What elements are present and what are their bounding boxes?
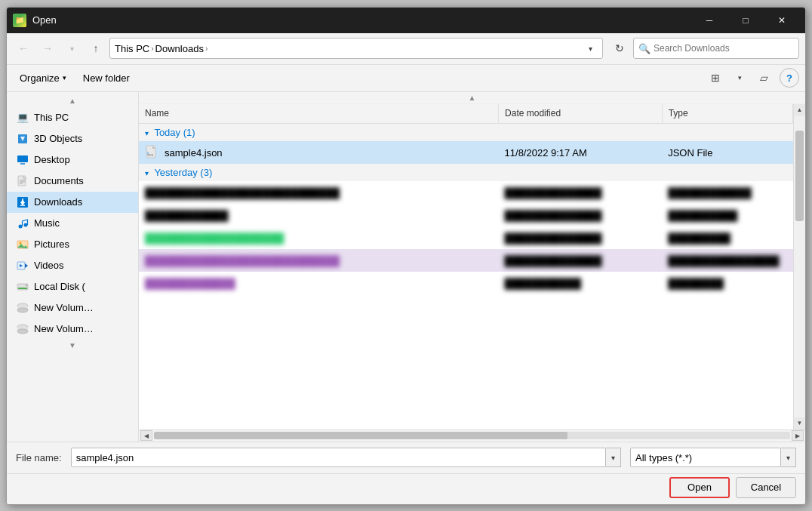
organize-label: Organize	[20, 72, 60, 84]
addr-downloads: Downloads	[155, 43, 204, 54]
search-bar[interactable]: 🔍	[633, 38, 799, 59]
hscroll-track[interactable]	[154, 432, 790, 439]
json-file-icon: {} JSON	[145, 145, 160, 160]
hscroll-left-arrow[interactable]: ◀	[140, 430, 152, 441]
vscroll-down-arrow[interactable]: ▼	[794, 417, 805, 429]
svg-rect-3	[20, 163, 25, 165]
back-button[interactable]: ←	[13, 38, 34, 59]
filetype-dropdown-button[interactable]: ▾	[781, 448, 796, 467]
sidebar-item-this-pc[interactable]: 💻 This PC	[7, 107, 138, 128]
address-parts: This PC › Downloads ›	[115, 43, 580, 54]
search-input[interactable]	[654, 43, 794, 54]
sidebar-item-documents[interactable]: Documents	[7, 171, 138, 192]
sidebar-scroll-up[interactable]: ▲	[7, 95, 138, 107]
music-icon	[16, 217, 29, 230]
vscroll-thumb[interactable]	[795, 131, 804, 221]
group-header-today[interactable]: ▾ Today (1)	[139, 124, 793, 142]
refresh-button[interactable]: ↻	[609, 38, 630, 59]
hscroll-thumb[interactable]	[154, 432, 567, 439]
toolbar2-right: ⊞ ▾ ▱ ?	[704, 68, 799, 88]
vertical-scrollbar[interactable]: ▲ ▼	[793, 104, 805, 429]
sidebar-item-label-downloads: Downloads	[34, 196, 132, 208]
svg-rect-2	[17, 155, 28, 162]
desktop-icon	[16, 153, 29, 167]
view-details-button[interactable]: ⊞	[704, 68, 727, 88]
sidebar-scroll-down[interactable]: ▼	[7, 340, 138, 352]
file-list: Name Date modified Type	[139, 104, 793, 429]
filename-dropdown-button[interactable]: ▾	[606, 448, 621, 467]
sidebar-item-3d-objects[interactable]: 3D Objects	[7, 128, 138, 149]
sidebar: ▲ 💻 This PC 3D Objects	[7, 92, 139, 442]
svg-point-15	[24, 223, 28, 226]
filetype-select[interactable]: All types (*.*)	[630, 448, 781, 467]
open-button[interactable]: Open	[669, 477, 730, 498]
file-row-blurred-4: ████████████████████████████ ███████████…	[139, 249, 793, 272]
sidebar-item-label-3d-objects: 3D Objects	[34, 133, 132, 144]
sidebar-item-new-volume2[interactable]: New Volum…	[7, 319, 138, 340]
sidebar-item-local-disk[interactable]: Local Disk (	[7, 276, 138, 297]
sidebar-item-videos[interactable]: Videos	[7, 255, 138, 276]
filename-label: File name:	[16, 452, 62, 463]
file-name-text-sample4: sample4.json	[165, 147, 223, 159]
new-folder-button[interactable]: New folder	[76, 68, 137, 88]
file-date-sample4: 11/8/2022 9:17 AM	[499, 141, 663, 164]
file-row-blurred-1: ████████████████████████████ ███████████…	[139, 181, 793, 204]
open-dialog: 📁 Open ─ □ ✕ ← → ▾ ↑ This PC › Downloads…	[6, 7, 806, 505]
file-row-blurred-3: ████████████████████ ██████████████ ████…	[139, 226, 793, 249]
recent-button[interactable]: ▾	[61, 38, 82, 59]
downloads-icon	[16, 195, 29, 209]
dialog-title: Open	[32, 14, 57, 26]
filename-input[interactable]	[71, 448, 606, 467]
bottom-bar: File name: ▾ All types (*.*) ▾	[7, 442, 805, 473]
view-dropdown-button[interactable]: ▾	[728, 68, 751, 88]
yesterday-group-toggle-icon: ▾	[145, 169, 149, 177]
sidebar-item-label-videos: Videos	[34, 260, 132, 271]
sidebar-item-label-pictures: Pictures	[34, 239, 132, 250]
sidebar-item-label-music: Music	[34, 217, 132, 229]
group-header-yesterday[interactable]: ▾ Yesterday (3)	[139, 164, 793, 181]
title-bar-left: 📁 Open	[13, 14, 57, 27]
new-folder-label: New folder	[83, 72, 130, 84]
sidebar-item-desktop[interactable]: Desktop	[7, 149, 138, 171]
this-pc-icon: 💻	[16, 111, 29, 125]
yesterday-group-label: Yesterday (3)	[154, 167, 212, 178]
maximize-button[interactable]: □	[728, 8, 763, 33]
col-type[interactable]: Type	[662, 104, 792, 124]
preview-pane-button[interactable]: ▱	[752, 68, 775, 88]
sidebar-item-label-new-volume1: New Volum…	[34, 302, 132, 313]
secondary-toolbar: Organize ▾ New folder ⊞ ▾ ▱ ?	[7, 65, 805, 92]
addr-chevron-1: ›	[151, 45, 153, 53]
scroll-up-indicator[interactable]: ▲	[139, 92, 805, 104]
svg-point-17	[20, 242, 22, 244]
file-row-sample4[interactable]: {} JSON sample4.json 11/8/2022 9:17 AM J…	[139, 141, 793, 164]
close-button[interactable]: ✕	[764, 8, 799, 33]
up-button[interactable]: ↑	[85, 38, 106, 59]
sidebar-item-label-local-disk: Local Disk (	[34, 281, 132, 292]
sidebar-item-new-volume1[interactable]: New Volum…	[7, 297, 138, 319]
col-date[interactable]: Date modified	[499, 104, 663, 124]
minimize-button[interactable]: ─	[692, 8, 727, 33]
address-bar[interactable]: This PC › Downloads › ▾	[109, 38, 603, 59]
sidebar-item-downloads[interactable]: Downloads	[7, 192, 138, 213]
addr-chevron-2: ›	[205, 45, 208, 53]
addr-this-pc: This PC	[115, 43, 149, 54]
new-volume1-icon	[16, 301, 29, 315]
forward-button[interactable]: →	[37, 38, 58, 59]
hscroll-right-arrow[interactable]: ▶	[792, 430, 804, 441]
vscroll-up-arrow[interactable]: ▲	[794, 104, 805, 116]
svg-text:JSON: JSON	[147, 154, 153, 157]
col-name[interactable]: Name	[139, 104, 499, 124]
new-volume2-icon	[16, 322, 29, 336]
help-button[interactable]: ?	[780, 68, 799, 88]
sidebar-item-music[interactable]: Music	[7, 213, 138, 234]
vscroll-track[interactable]	[794, 116, 805, 417]
file-row-blurred-5: █████████████ ███████████ ████████	[139, 272, 793, 294]
cancel-button[interactable]: Cancel	[736, 477, 796, 498]
file-row-blurred-2: ████████████ ██████████████ ██████████	[139, 204, 793, 226]
address-dropdown-button[interactable]: ▾	[583, 38, 598, 58]
organize-button[interactable]: Organize ▾	[13, 68, 73, 88]
sidebar-item-pictures[interactable]: Pictures	[7, 234, 138, 255]
today-group-toggle-icon: ▾	[145, 129, 149, 137]
file-type-sample4: JSON File	[662, 141, 792, 164]
horizontal-scrollbar[interactable]: ◀ ▶	[139, 429, 805, 442]
